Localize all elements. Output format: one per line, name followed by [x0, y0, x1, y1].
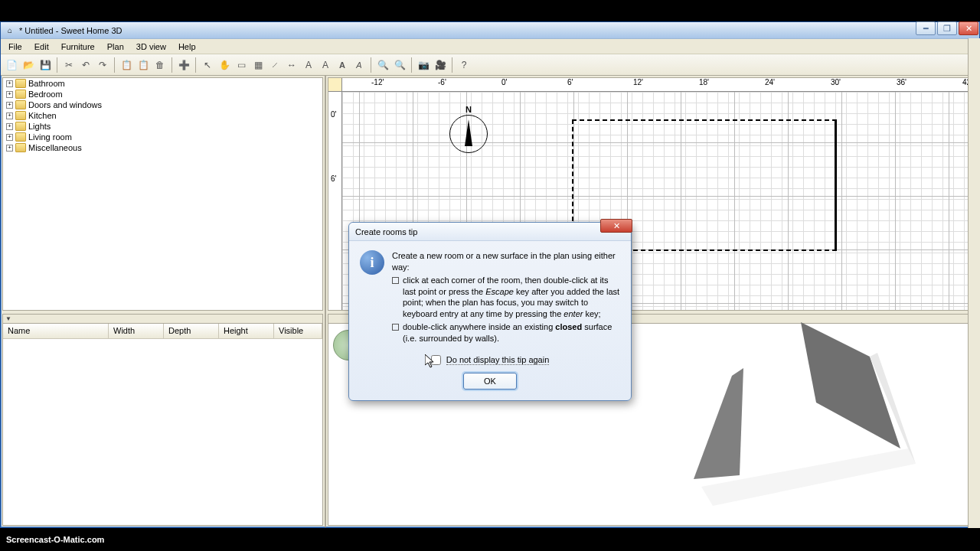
titlebar[interactable]: ⌂ * Untitled - Sweet Home 3D	[1, 22, 979, 39]
room-icon[interactable]: ▦	[250, 57, 266, 73]
tree-item-misc[interactable]: +Miscellaneous	[3, 142, 322, 153]
tree-item-kitchen[interactable]: +Kitchen	[3, 110, 322, 121]
dimension-icon[interactable]: ↔	[284, 57, 299, 73]
dialog-title-text: Create rooms tip	[355, 227, 417, 236]
tree-item-bathroom[interactable]: +Bathroom	[3, 78, 322, 89]
delete-icon[interactable]: 🗑	[152, 57, 168, 73]
folder-icon	[15, 90, 26, 99]
tree-label: Living room	[28, 132, 72, 142]
text2-icon[interactable]: A	[318, 57, 333, 73]
photo-icon[interactable]: 📷	[416, 57, 431, 73]
dont-show-again-label[interactable]: Do not display this tip again	[446, 355, 550, 365]
tree-item-bedroom[interactable]: +Bedroom	[3, 89, 322, 99]
watermark: Screencast-O-Matic.com	[0, 528, 980, 551]
wall-icon[interactable]: ▭	[234, 57, 249, 73]
select-icon[interactable]: ↖	[200, 57, 215, 73]
tree-item-living[interactable]: +Living room	[3, 132, 322, 142]
menubar: File Edit Furniture Plan 3D view Help	[1, 39, 979, 54]
ruler-horizontal[interactable]: -12' -6' 0' 6' 12' 18' 24' 30' 36' 42'	[342, 78, 977, 92]
furniture-list[interactable]: Name Width Depth Height Visible	[2, 314, 323, 526]
tree-label: Bathroom	[28, 79, 65, 88]
col-width[interactable]: Width	[109, 324, 164, 338]
save-icon[interactable]: 💾	[38, 57, 53, 73]
dialog-message: Create a new room or a new surface in th…	[392, 250, 620, 346]
menu-plan[interactable]: Plan	[101, 41, 130, 53]
col-name[interactable]: Name	[3, 324, 109, 338]
open-icon[interactable]: 📂	[21, 57, 36, 73]
cut-icon[interactable]: ✂	[61, 57, 77, 73]
pan-icon[interactable]: ✋	[217, 57, 232, 73]
new-icon[interactable]: 📄	[4, 57, 19, 73]
video-icon[interactable]: 🎥	[433, 57, 448, 73]
compass-north-label: N	[466, 105, 472, 114]
dont-show-again-checkbox[interactable]	[431, 355, 441, 365]
folder-icon	[15, 111, 26, 120]
menu-3dview[interactable]: 3D view	[130, 41, 172, 53]
window-title: * Untitled - Sweet Home 3D	[19, 26, 976, 35]
redo-icon[interactable]: ↷	[95, 57, 110, 73]
menu-edit[interactable]: Edit	[28, 41, 55, 53]
ruler-origin-icon[interactable]	[328, 78, 342, 92]
folder-icon	[15, 143, 26, 152]
tree-label: Bedroom	[28, 90, 63, 99]
col-depth[interactable]: Depth	[164, 324, 219, 338]
dialog-close-button[interactable]: ✕	[600, 219, 632, 233]
furniture-columns: Name Width Depth Height Visible	[3, 324, 322, 339]
minimize-button[interactable]: ━	[916, 21, 936, 35]
folder-icon	[15, 100, 26, 109]
compass-icon[interactable]: N	[449, 115, 488, 153]
zoom-out-icon[interactable]: 🔍	[392, 57, 407, 73]
furniture-dropdown-icon[interactable]	[3, 315, 322, 324]
catalog-tree[interactable]: +Bathroom +Bedroom +Doors and windows +K…	[2, 77, 323, 311]
polyline-icon[interactable]: ⟋	[267, 57, 283, 73]
text-icon[interactable]: A	[301, 57, 316, 73]
tree-label: Lights	[28, 122, 51, 131]
menu-file[interactable]: File	[2, 41, 28, 53]
app-icon: ⌂	[4, 24, 16, 37]
svg-marker-0	[694, 368, 743, 479]
text-italic-icon[interactable]: A	[351, 57, 367, 73]
maximize-button[interactable]: ❐	[937, 21, 957, 35]
menu-help[interactable]: Help	[172, 41, 202, 53]
col-height[interactable]: Height	[219, 324, 274, 338]
undo-icon[interactable]: ↶	[78, 57, 93, 73]
tree-item-doors[interactable]: +Doors and windows	[3, 99, 322, 110]
tree-label: Kitchen	[28, 111, 57, 120]
text-bold-icon[interactable]: A	[335, 57, 350, 73]
folder-icon	[15, 122, 26, 131]
folder-icon	[15, 132, 26, 142]
info-icon: i	[360, 250, 384, 275]
tree-label: Doors and windows	[28, 100, 102, 109]
close-button[interactable]: ✕	[959, 21, 978, 35]
toolbar: 📄 📂 💾 ✂ ↶ ↷ 📋 📋 🗑 ➕ ↖ ✋ ▭ ▦ ⟋ ↔ A A A A …	[1, 54, 979, 76]
menu-furniture[interactable]: Furniture	[55, 41, 101, 53]
ruler-vertical[interactable]: 0' 6'	[328, 92, 342, 310]
folder-icon	[15, 79, 26, 88]
ok-button[interactable]: OK	[463, 373, 517, 390]
tree-label: Miscellaneous	[28, 143, 82, 152]
help-icon[interactable]: ?	[456, 57, 472, 73]
add-furniture-icon[interactable]: ➕	[176, 57, 191, 73]
paste-icon[interactable]: 📋	[136, 57, 151, 73]
copy-icon[interactable]: 📋	[119, 57, 134, 73]
create-rooms-tip-dialog: Create rooms tip ✕ i Create a new room o…	[348, 222, 632, 401]
zoom-in-icon[interactable]: 🔍	[375, 57, 390, 73]
col-visible[interactable]: Visible	[274, 324, 322, 338]
tree-item-lights[interactable]: +Lights	[3, 121, 322, 132]
window-scrollbar[interactable]	[968, 38, 980, 528]
dialog-titlebar[interactable]: Create rooms tip ✕	[349, 223, 631, 241]
